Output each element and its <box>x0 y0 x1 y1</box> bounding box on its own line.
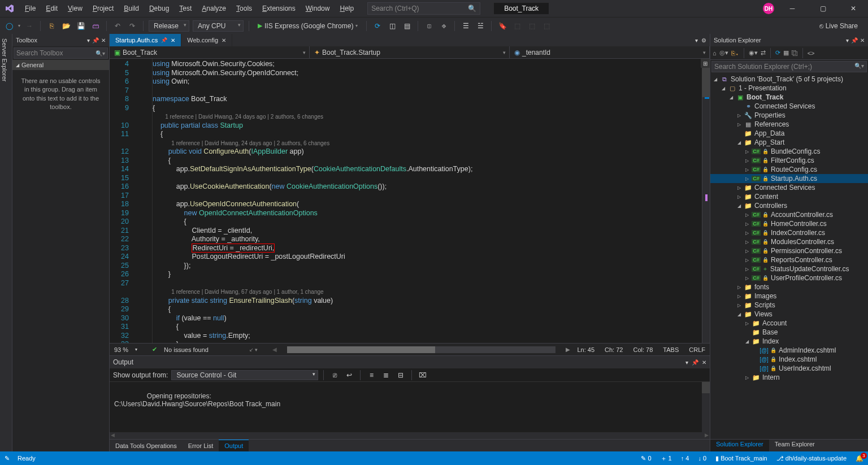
menu-tools[interactable]: Tools <box>232 2 257 15</box>
menu-project[interactable]: Project <box>88 2 118 15</box>
panel-close-icon[interactable]: ✕ <box>860 37 865 44</box>
output-indent1-button[interactable]: ≡ <box>366 370 377 381</box>
tree-node-BundleConfig-cs[interactable]: ▷C#🔒BundleConfig.cs <box>710 147 868 156</box>
expand-arrow[interactable]: ▷ <box>744 276 750 281</box>
expand-arrow[interactable]: ◢ <box>744 339 750 344</box>
menu-view[interactable]: View <box>63 2 87 15</box>
expand-arrow[interactable]: ▷ <box>744 176 750 181</box>
tree-node-Startup-Auth-cs[interactable]: ▷C#🔒Startup.Auth.cs <box>710 174 868 183</box>
expand-arrow[interactable]: ▷ <box>744 167 750 172</box>
expand-arrow[interactable]: ▷ <box>744 231 750 236</box>
extension-button[interactable]: ◫ <box>387 20 398 32</box>
panel-pin-icon[interactable]: 📌 <box>851 37 858 44</box>
bookmark-button[interactable]: 🔖 <box>497 20 508 32</box>
solution-tree[interactable]: ◢⧉Solution 'Boot_Track' (5 of 5 projects… <box>710 73 868 439</box>
adds-count[interactable]: ＋ 1 <box>661 454 672 463</box>
browser-link-button[interactable]: ⟳ <box>372 20 383 32</box>
output-clear2-button[interactable]: ⌧ <box>417 370 428 381</box>
close-button[interactable]: ✕ <box>841 1 866 16</box>
toolbox-search[interactable]: Search Toolbox 🔍▾ <box>14 47 108 59</box>
expand-arrow[interactable]: ▷ <box>736 194 742 199</box>
tree-node-HomeController-cs[interactable]: ▷C#🔒HomeController.cs <box>710 219 868 228</box>
bottom-tab-data-tools-operations[interactable]: Data Tools Operations <box>110 440 183 451</box>
menu-build[interactable]: Build <box>119 2 144 15</box>
tree-node-Intern[interactable]: ▷📁Intern <box>710 373 868 382</box>
expand-arrow[interactable]: ▷ <box>744 240 750 245</box>
panel-dropdown-icon[interactable]: ▾ <box>87 37 90 44</box>
tree-node-Properties[interactable]: ▷🔧Properties <box>710 111 868 120</box>
run-button[interactable]: ▶ IIS Express (Google Chrome) ▾ <box>254 21 361 31</box>
bottom-tab-error-list[interactable]: Error List <box>183 440 219 451</box>
tree-node-Solution-Boot_Track-5-of-5-projects-[interactable]: ◢⧉Solution 'Boot_Track' (5 of 5 projects… <box>710 75 868 84</box>
expand-arrow[interactable]: ▷ <box>744 267 750 272</box>
tree-node-UserProfileController-cs[interactable]: ▷C#🔒UserProfileController.cs <box>710 273 868 283</box>
redo-button[interactable]: ↷ <box>127 20 138 32</box>
explorer-search[interactable]: Search Solution Explorer (Ctrl+;) 🔍▾ <box>711 61 867 72</box>
scope-icon[interactable]: ◉▾ <box>749 49 758 57</box>
tree-node-1-Presentation[interactable]: ◢▢1 - Presentation <box>710 84 868 93</box>
tree-node-AdminIndex-cshtml[interactable]: [@]🔒AdminIndex.cshtml <box>710 346 868 355</box>
home-icon[interactable]: ⌂ <box>713 50 717 57</box>
output-source-dropdown[interactable]: Source Control - Git <box>171 370 318 380</box>
tree-node-StatusUpdateController-cs[interactable]: ▷C#＋StatusUpdateController.cs <box>710 264 868 273</box>
indent-button-1[interactable]: ☰ <box>460 20 471 32</box>
expand-arrow[interactable]: ▷ <box>736 185 742 190</box>
horizontal-scrollbar[interactable] <box>287 346 555 353</box>
code-editor[interactable]: 456789 1011 1213141516171819202122232425… <box>110 59 710 343</box>
tabs-gear-icon[interactable]: ⚙ <box>701 37 706 44</box>
menu-edit[interactable]: Edit <box>41 2 62 15</box>
close-icon[interactable]: ✕ <box>171 37 175 44</box>
issues-status[interactable]: No issues found <box>164 346 209 353</box>
repo-indicator[interactable]: ▮ Boot Track_main <box>715 455 767 462</box>
tree-node-ModulesController-cs[interactable]: ▷C#🔒ModulesController.cs <box>710 237 868 246</box>
publish-button[interactable]: ▤ <box>401 20 413 32</box>
server-explorer-tab[interactable]: Server Explorer <box>1 38 8 447</box>
tree-node-Index[interactable]: ◢📁Index <box>710 337 868 346</box>
notifications-button[interactable]: 🔔3 <box>856 455 863 462</box>
tree-node-PermissionController-cs[interactable]: ▷C#🔒PermissionController.cs <box>710 246 868 255</box>
expand-arrow[interactable]: ▷ <box>744 249 750 254</box>
split-button[interactable]: ⊞ <box>701 59 710 68</box>
menu-test[interactable]: Test <box>175 2 196 15</box>
tree-node-fonts[interactable]: ▷📁fonts <box>710 283 868 292</box>
new-button[interactable]: ⎘ <box>46 20 57 32</box>
undo-button[interactable]: ↶ <box>112 20 123 32</box>
doc-tab-Startup-Auth-cs[interactable]: Startup.Auth.cs📌✕ <box>110 34 181 46</box>
expand-arrow[interactable]: ▷ <box>736 122 742 127</box>
feedback-icon[interactable]: ✎ <box>5 455 10 462</box>
properties-icon[interactable]: <> <box>808 50 815 57</box>
back-button[interactable]: ◯ <box>3 20 15 32</box>
indent-button-2[interactable]: ☱ <box>475 20 486 32</box>
sync-icon[interactable]: ⎘▾ <box>731 50 739 57</box>
tree-node-IndexController-cs[interactable]: ▷C#🔒IndexController.cs <box>710 228 868 237</box>
expand-arrow[interactable]: ▷ <box>744 258 750 263</box>
panel-pin-icon[interactable]: 📌 <box>692 359 698 366</box>
tree-node-App_Start[interactable]: ◢📁App_Start <box>710 138 868 147</box>
bottom-tab-output[interactable]: Output <box>219 440 249 451</box>
tree-node-Connected-Services[interactable]: ▷📁Connected Services <box>710 183 868 192</box>
showall-icon[interactable]: ▦ <box>783 49 789 57</box>
output-clear-button[interactable]: ⎚ <box>329 370 340 381</box>
expand-arrow[interactable]: ▷ <box>736 285 742 290</box>
expand-arrow[interactable]: ▷ <box>744 212 750 218</box>
tree-node-Images[interactable]: ▷📁Images <box>710 292 868 301</box>
toolbox-group-general[interactable]: ◢ General <box>12 60 109 70</box>
refresh-icon[interactable]: ⟳ <box>775 49 780 57</box>
menu-analyze[interactable]: Analyze <box>197 2 231 15</box>
output-hscroll[interactable]: ◀ ▶ <box>110 432 710 439</box>
menu-debug[interactable]: Debug <box>145 2 173 15</box>
output-indent3-button[interactable]: ⊟ <box>395 370 406 381</box>
tree-node-RouteConfig-cs[interactable]: ▷C#🔒RouteConfig.cs <box>710 165 868 174</box>
tree-node-FilterConfig-cs[interactable]: ▷C#🔒FilterConfig.cs <box>710 156 868 165</box>
expand-arrow[interactable]: ◢ <box>713 77 718 82</box>
expand-arrow[interactable]: ◢ <box>728 95 734 100</box>
expand-arrow[interactable]: ◢ <box>736 203 742 208</box>
platform-dropdown[interactable]: Any CPU <box>193 20 244 32</box>
tabs-dropdown-icon[interactable]: ▾ <box>695 37 698 44</box>
open-button[interactable]: 📂 <box>60 20 72 32</box>
menu-file[interactable]: File <box>20 2 40 15</box>
tree-node-Connected-Services[interactable]: ⚭Connected Services <box>710 102 868 111</box>
menu-extensions[interactable]: Extensions <box>258 2 300 15</box>
panel-close-icon[interactable]: ✕ <box>101 37 106 44</box>
tab-button-1[interactable]: ⎅ <box>423 20 435 32</box>
